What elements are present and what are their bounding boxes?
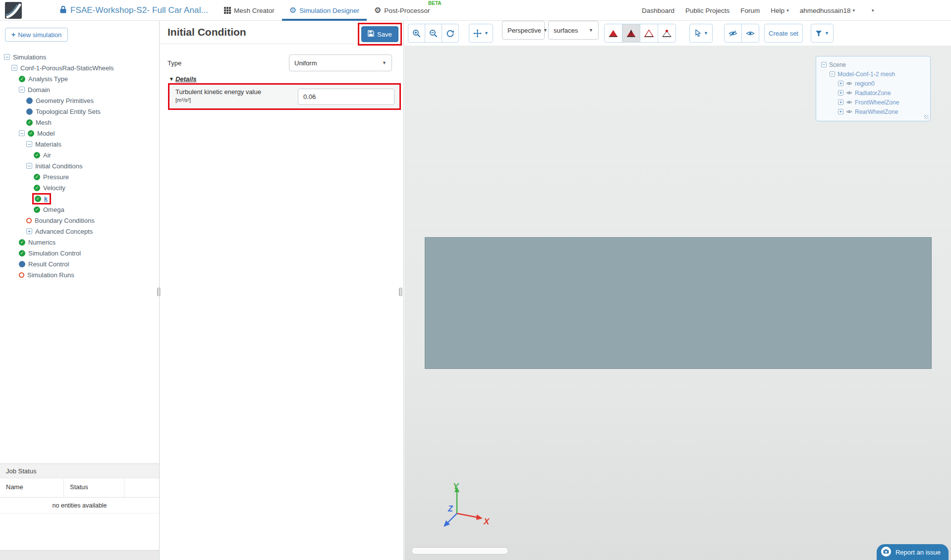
tree-item-air[interactable]: Air — [0, 150, 158, 160]
expand-icon[interactable]: + — [26, 228, 32, 234]
tree-item-geometry-primitives[interactable]: Geometry Primitives — [0, 95, 158, 106]
tree-item-label: Analysis Type — [28, 75, 68, 83]
tree-item-radiatorzone[interactable]: +RadiatorZone — [819, 88, 927, 98]
app-root: FSAE-Workshop-S2- Full Car Anal... Mesh … — [0, 0, 951, 560]
nav-user-menu[interactable]: ahmedhussain18 ▾ — [800, 7, 855, 14]
nav-public-projects[interactable]: Public Projects — [685, 7, 729, 14]
expand-icon[interactable]: + — [838, 81, 843, 86]
nav-help-menu[interactable]: Help ▾ — [771, 7, 788, 14]
zoom-in-button[interactable] — [408, 24, 425, 43]
expand-icon[interactable]: + — [838, 109, 843, 114]
tree-item-k[interactable]: k — [0, 193, 158, 204]
pan-move-button[interactable]: ▼ — [469, 24, 493, 43]
turbulent-kinetic-energy-input[interactable] — [298, 89, 394, 105]
job-status-empty-state: no entities available — [0, 498, 159, 513]
tree-item-advanced-concepts[interactable]: +Advanced Concepts — [0, 226, 158, 237]
create-set-button[interactable]: Create set — [764, 24, 803, 43]
wireframe-mesh-icon-button[interactable] — [640, 24, 658, 43]
pointer-tool-button[interactable]: ▼ — [689, 24, 713, 43]
tree-item-rearwheelzone[interactable]: +RearWheelZone — [819, 107, 927, 116]
scene-tree-overlay: −Scene−Model-Conf-1-2 mesh+region0+Radia… — [816, 56, 931, 121]
save-button[interactable]: Save — [361, 26, 398, 42]
tab-post-processor[interactable]: BETA ⚙ Post-Processor — [367, 0, 438, 21]
tree-item-analysis-type[interactable]: Analysis Type — [0, 73, 158, 84]
tree-item-domain[interactable]: −Domain — [0, 84, 158, 95]
hide-selection-button[interactable] — [724, 24, 742, 43]
zoom-out-button[interactable] — [425, 24, 442, 43]
tree-item-boundary-conditions[interactable]: Boundary Conditions — [0, 215, 158, 226]
eye-icon[interactable] — [846, 100, 852, 104]
overlay-resize-handle[interactable] — [924, 115, 929, 119]
eye-icon[interactable] — [846, 91, 852, 95]
eye-icon[interactable] — [846, 109, 852, 114]
tab-simulation-designer[interactable]: ⚙ Simulation Designer — [282, 0, 367, 21]
tab-mesh-creator[interactable]: Mesh Creator — [217, 0, 282, 21]
collapse-icon[interactable]: − — [830, 71, 835, 77]
tree-item-simulation-runs[interactable]: Simulation Runs — [0, 269, 158, 280]
check-circle-icon — [35, 196, 41, 202]
tree-item-mesh[interactable]: Mesh — [0, 117, 158, 128]
axis-z-label: Z — [448, 505, 453, 513]
report-issue-button[interactable]: Report an issue — [877, 544, 949, 560]
tree-item-scene[interactable]: −Scene — [819, 60, 927, 69]
details-section-toggle[interactable]: ▼ Details — [169, 75, 197, 83]
tree-item-topological-entity-sets[interactable]: Topological Entity Sets — [0, 106, 158, 117]
simscale-logo-icon[interactable] — [5, 2, 22, 19]
check-circle-icon — [34, 185, 40, 191]
collapse-icon[interactable]: − — [26, 163, 32, 169]
feedback-camera-icon — [881, 546, 892, 559]
solid-wireframe-mesh-icon-button[interactable] — [622, 24, 640, 43]
simulation-tree-panel: + New simulation −Simulations−Conf-1-Por… — [0, 21, 160, 560]
project-title[interactable]: FSAE-Workshop-S2- Full Car Anal... — [70, 5, 208, 15]
collapse-icon[interactable]: − — [821, 62, 827, 67]
tree-item-conf-1-porousrad-staticwheels[interactable]: −Conf-1-PorousRad-StaticWheels — [0, 62, 158, 73]
tree-item-simulation-control[interactable]: Simulation Control — [0, 248, 158, 258]
eye-icon[interactable] — [846, 81, 852, 86]
check-circle-icon — [34, 174, 40, 180]
tree-item-pressure[interactable]: Pressure — [0, 171, 158, 182]
nav-forum[interactable]: Forum — [740, 7, 760, 14]
tree-item-materials[interactable]: −Materials — [0, 139, 158, 150]
show-selection-button[interactable] — [741, 24, 759, 43]
tree-item-label: region0 — [855, 80, 875, 87]
perspective-select[interactable]: Perspective ▼ — [502, 21, 545, 40]
collapse-icon[interactable]: − — [11, 65, 17, 71]
sidebar-resize-handle[interactable] — [157, 288, 161, 296]
solid-mesh-icon-button[interactable] — [604, 24, 622, 43]
expand-icon[interactable]: + — [838, 90, 843, 96]
points-mesh-icon-button[interactable] — [658, 24, 676, 43]
mesh-bounding-box[interactable] — [425, 237, 932, 369]
tree-item-result-control[interactable]: Result Control — [0, 258, 158, 269]
refresh-view-button[interactable] — [442, 24, 459, 43]
tree-item-simulations[interactable]: −Simulations — [0, 51, 158, 62]
check-circle-icon — [34, 206, 40, 213]
tree-item-model[interactable]: −Model — [0, 128, 158, 139]
panel-resize-handle[interactable] — [399, 288, 402, 296]
type-select[interactable]: Uniform ▼ — [289, 54, 392, 71]
incomplete-ring-icon — [26, 218, 32, 223]
collapse-icon[interactable]: − — [19, 130, 25, 136]
tree-item-frontwheelzone[interactable]: +FrontWheelZone — [819, 98, 927, 107]
grid-icon — [224, 7, 231, 14]
tree-item-numerics[interactable]: Numerics — [0, 237, 158, 248]
tree-item-omega[interactable]: Omega — [0, 204, 158, 215]
collapse-icon[interactable]: − — [26, 141, 32, 147]
tree-item-label: RadiatorZone — [855, 90, 891, 97]
horizontal-scrollbar-thumb[interactable] — [411, 547, 508, 555]
tree-item-initial-conditions[interactable]: −Initial Conditions — [0, 160, 158, 171]
expand-icon[interactable]: + — [838, 100, 843, 105]
new-simulation-button[interactable]: + New simulation — [5, 28, 68, 42]
tree-item-label: Numerics — [28, 239, 56, 246]
tree-item-velocity[interactable]: Velocity — [0, 182, 158, 193]
nav-dashboard[interactable]: Dashboard — [642, 7, 674, 14]
filter-button[interactable]: ▼ — [811, 24, 834, 43]
collapse-icon[interactable]: − — [19, 87, 25, 93]
collapse-icon[interactable]: − — [4, 54, 10, 60]
annotation-box-save: Save — [358, 23, 402, 46]
scene-tree: −Scene−Model-Conf-1-2 mesh+region0+Radia… — [819, 60, 927, 116]
tree-item-model-conf-1-2-mesh[interactable]: −Model-Conf-1-2 mesh — [819, 69, 927, 79]
navbar-collapse-caret[interactable]: ▾ — [870, 8, 874, 13]
viewport-3d-scene[interactable]: −Scene−Model-Conf-1-2 mesh+region0+Radia… — [404, 46, 951, 560]
tree-item-region0[interactable]: +region0 — [819, 79, 927, 88]
render-mode-select[interactable]: surfaces ▼ — [548, 21, 599, 40]
